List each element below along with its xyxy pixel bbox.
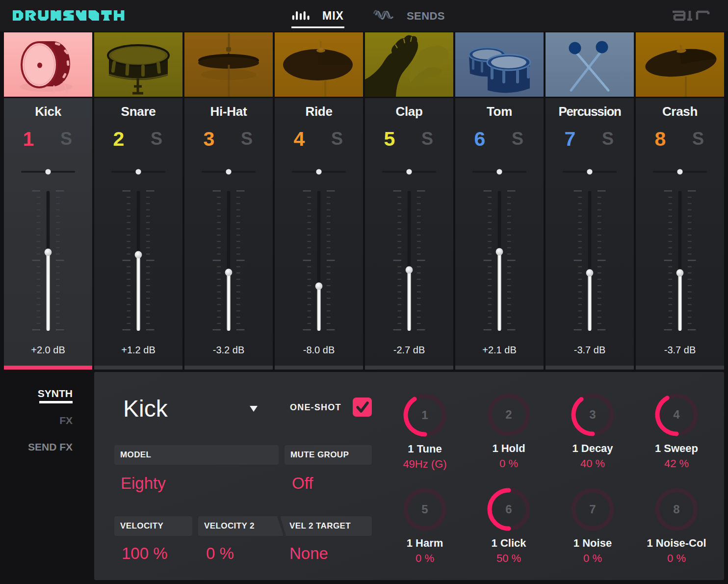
svg-text:SENDS: SENDS <box>407 10 445 22</box>
svg-text:1: 1 <box>421 408 428 422</box>
svg-text:MIX: MIX <box>322 9 344 22</box>
svg-text:5: 5 <box>421 503 428 516</box>
svg-text:7: 7 <box>589 503 596 516</box>
svg-text:2: 2 <box>505 408 512 421</box>
svg-text:8: 8 <box>673 503 679 516</box>
svg-text:6: 6 <box>505 503 512 516</box>
svg-text:4: 4 <box>673 408 680 421</box>
svg-text:3: 3 <box>589 408 596 421</box>
